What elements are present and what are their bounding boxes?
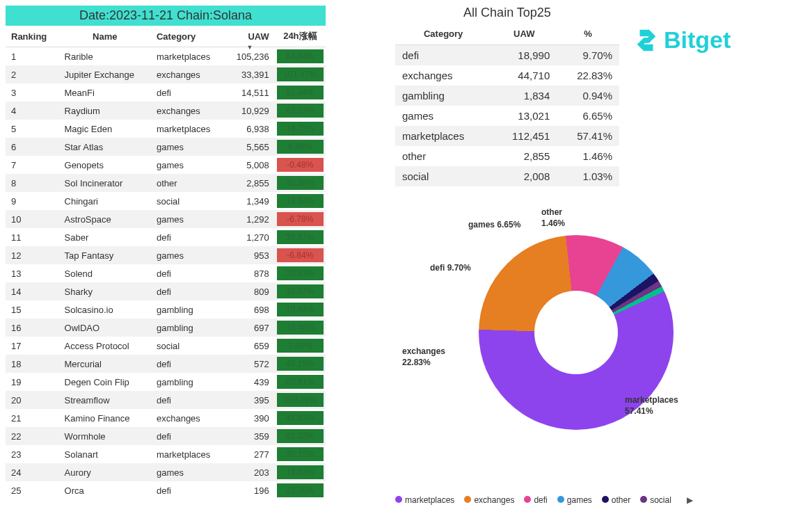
ranking-header-row: Ranking Name Category UAW ▼ 24h涨幅 [6, 26, 326, 47]
table-row: 4Raydiumexchanges10,92963.53% [6, 102, 326, 120]
cell-category: marketplaces [151, 445, 225, 463]
col-name[interactable]: Name [59, 26, 151, 47]
cell-uaw: 33,391 [225, 65, 275, 83]
cell-rank: 16 [6, 319, 59, 337]
cell-uaw: 1,349 [225, 192, 275, 210]
legend-next-icon[interactable]: ▶ [687, 495, 693, 505]
cell-chg: 10.46% [275, 319, 326, 337]
cell-name: Solcasino.io [59, 300, 151, 319]
legend-swatch-icon [524, 496, 531, 503]
top25-col-pct[interactable]: % [557, 23, 619, 45]
table-row: 14Sharkydefi80910.07% [6, 282, 326, 300]
cell-category: exchanges [151, 102, 225, 120]
legend-item-defi[interactable]: defi [524, 495, 547, 505]
legend-item-games[interactable]: games [557, 495, 592, 505]
cell-name: Solanart [59, 445, 151, 463]
cell-chg: 10.44% [275, 300, 326, 319]
col-category[interactable]: Category [151, 26, 225, 47]
cell-pct: 6.65% [557, 106, 619, 126]
cell-rank: 22 [6, 427, 59, 445]
cell-rank: 12 [6, 246, 59, 264]
table-row: 10AstroSpacegames1,292-6.78% [6, 210, 326, 228]
cell-category: social [151, 337, 225, 355]
cell-chg: 16.72% [275, 120, 326, 138]
cell-pct: 1.03% [557, 166, 619, 186]
cell-uaw: 359 [225, 427, 275, 445]
legend-item-other[interactable]: other [602, 495, 630, 505]
cell-category: defi [151, 355, 225, 373]
cell-chg: 63.53% [275, 102, 326, 120]
legend-item-exchanges[interactable]: exchanges [464, 495, 514, 505]
col-rank[interactable]: Ranking [6, 26, 59, 47]
cell-category: gambling [395, 86, 491, 106]
cell-uaw: 1,834 [491, 86, 557, 106]
legend-item-marketplaces[interactable]: marketplaces [395, 495, 454, 505]
col-uaw[interactable]: UAW ▼ [225, 26, 275, 47]
table-row: 5Magic Edenmarketplaces6,93816.72% [6, 120, 326, 138]
cell-pct: 9.70% [557, 45, 619, 66]
cell-category: social [395, 166, 491, 186]
table-row: games13,0216.65% [395, 106, 619, 126]
cell-category: social [151, 192, 225, 210]
table-row: 2Jupiter Exchangeexchanges33,391101.47% [6, 65, 326, 83]
donut-label-exchanges: exchanges22.83% [402, 346, 445, 368]
cell-category: games [151, 463, 225, 481]
legend-swatch-icon [602, 496, 609, 503]
cell-uaw: 878 [225, 264, 275, 282]
cell-uaw: 196 [225, 481, 275, 499]
cell-uaw: 572 [225, 355, 275, 373]
cell-rank: 20 [6, 391, 59, 409]
table-row: 22Wormholedefi35982.23% [6, 427, 326, 445]
table-row: 25Orcadefi19622.50% [6, 481, 326, 499]
cell-chg: 15.60% [275, 192, 326, 210]
table-row: 20Streamflowdefi395259.09% [6, 391, 326, 409]
cell-chg: 32.63% [275, 264, 326, 282]
col-uaw-label: UAW [248, 31, 269, 42]
table-row: 17Access Protocolsocial6592.49% [6, 337, 326, 355]
cell-uaw: 390 [225, 409, 275, 427]
cell-uaw: 2,855 [491, 146, 557, 166]
cell-uaw: 659 [225, 337, 275, 355]
cell-rank: 24 [6, 463, 59, 481]
cell-category: other [395, 146, 491, 166]
cell-category: marketplaces [151, 47, 225, 66]
table-row: 7Genopetsgames5,008-0.48% [6, 156, 326, 174]
cell-chg: 60.81% [275, 373, 326, 391]
cell-name: Degen Coin Flip [59, 373, 151, 391]
table-row: 24Aurorygames20318.02% [6, 463, 326, 481]
table-row: 9Chingarisocial1,34915.60% [6, 192, 326, 210]
cell-category: gambling [151, 319, 225, 337]
cell-chg: 10.07% [275, 282, 326, 300]
cell-category: defi [151, 264, 225, 282]
cell-rank: 5 [6, 120, 59, 138]
brand-logo-icon [633, 27, 660, 54]
legend-swatch-icon [464, 496, 471, 503]
cell-uaw: 2,008 [491, 166, 557, 186]
cell-chg: -6.84% [275, 246, 326, 264]
cell-uaw: 1,270 [225, 228, 275, 246]
table-row: 6Star Atlasgames5,5656.88% [6, 138, 326, 156]
cell-name: Magic Eden [59, 120, 151, 138]
cell-chg: 6.88% [275, 138, 326, 156]
top25-title: All Chain Top25 [395, 6, 619, 20]
top25-col-category[interactable]: Category [395, 23, 491, 45]
cell-name: MeanFi [59, 83, 151, 102]
brand-logo: Bitget [633, 26, 731, 54]
cell-rank: 4 [6, 102, 59, 120]
cell-rank: 15 [6, 300, 59, 319]
cell-chg: 22.50% [275, 481, 326, 499]
cell-rank: 6 [6, 138, 59, 156]
top25-col-uaw[interactable]: UAW [491, 23, 557, 45]
table-row: 1Rariblemarketplaces105,23684.84% [6, 47, 326, 66]
cell-category: defi [395, 45, 491, 66]
cell-category: marketplaces [151, 120, 225, 138]
cell-uaw: 5,008 [225, 156, 275, 174]
cell-name: Aurory [59, 463, 151, 481]
legend-item-social[interactable]: social [640, 495, 671, 505]
cell-uaw: 809 [225, 282, 275, 300]
col-chg[interactable]: 24h涨幅 [275, 26, 326, 47]
header-title: Date:2023-11-21 Chain:Solana [6, 6, 326, 26]
cell-name: Streamflow [59, 391, 151, 409]
table-row: marketplaces112,45157.41% [395, 126, 619, 146]
cell-name: Star Atlas [59, 138, 151, 156]
